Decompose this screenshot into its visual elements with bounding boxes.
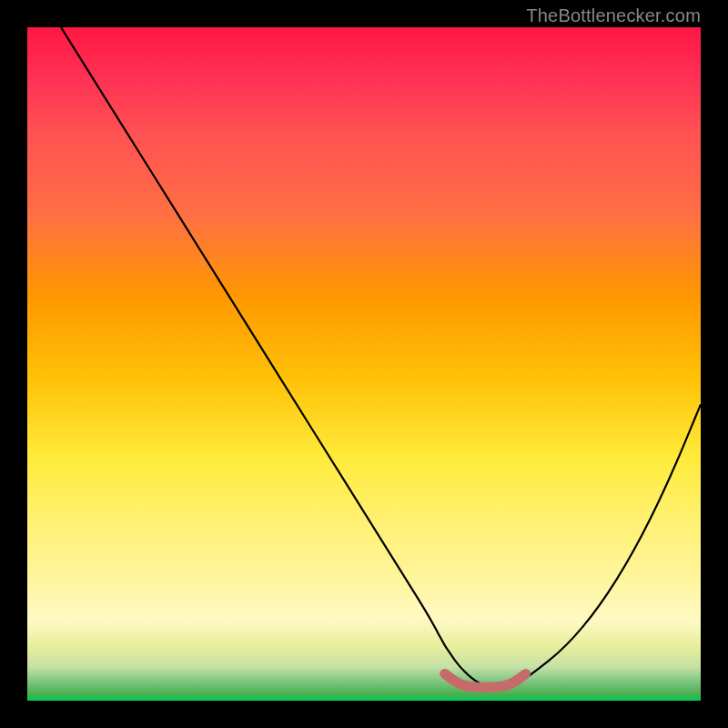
watermark-label: TheBottlenecker.com — [526, 5, 701, 26]
optimal-marker — [445, 673, 526, 687]
plot-area — [27, 27, 701, 701]
chart-container: TheBottlenecker.com — [0, 0, 728, 728]
bottleneck-curve — [61, 27, 701, 687]
chart-svg — [27, 27, 701, 701]
